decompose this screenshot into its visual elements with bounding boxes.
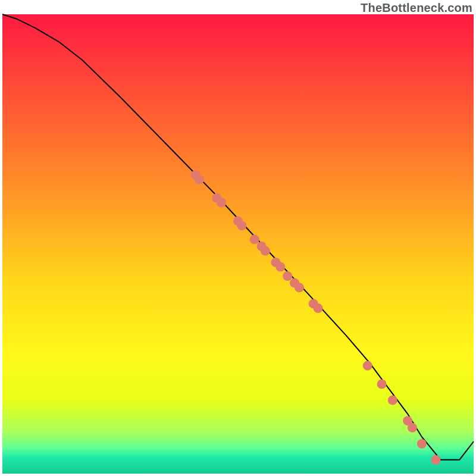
chart-container: TheBottleneck.com xyxy=(0,0,476,476)
benchmark-point xyxy=(195,175,204,184)
benchmark-point xyxy=(283,271,292,281)
benchmark-point xyxy=(250,234,259,244)
benchmark-point xyxy=(314,303,323,313)
benchmark-point xyxy=(295,283,304,292)
benchmark-point xyxy=(217,198,226,208)
benchmark-point xyxy=(377,380,387,389)
bottleneck-chart xyxy=(0,0,476,476)
benchmark-point xyxy=(431,455,441,465)
benchmark-point xyxy=(261,246,270,256)
benchmark-point xyxy=(237,221,246,230)
benchmark-point xyxy=(363,361,372,371)
plot-background xyxy=(2,14,474,474)
benchmark-point xyxy=(408,423,417,433)
benchmark-point xyxy=(388,396,397,405)
benchmark-point xyxy=(275,262,285,272)
benchmark-point xyxy=(417,439,427,449)
